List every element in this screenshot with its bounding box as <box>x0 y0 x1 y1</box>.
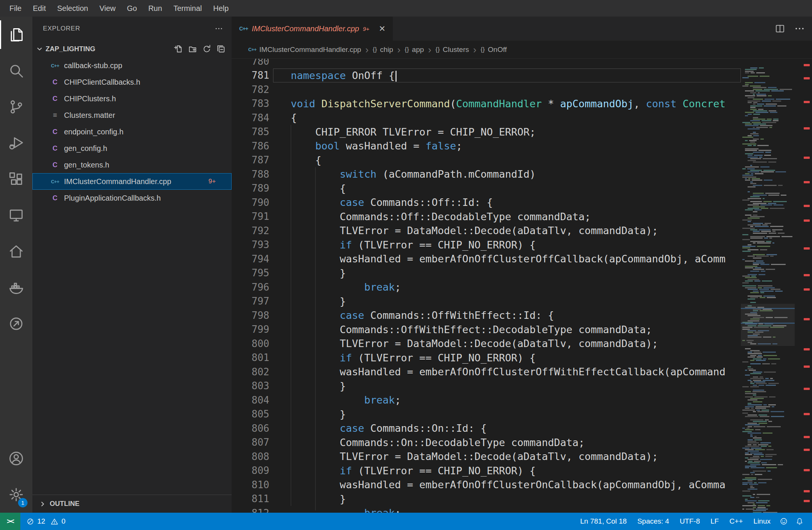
code-line-795[interactable]: 795 } <box>232 266 741 280</box>
menu-item-help[interactable]: Help <box>208 0 234 17</box>
more-actions-button[interactable] <box>214 24 223 33</box>
line-number[interactable]: 800 <box>232 338 269 349</box>
code-line-801[interactable]: 801 if (TLVError == CHIP_NO_ERROR) { <box>232 351 741 365</box>
encoding-indicator[interactable]: UTF-8 <box>675 513 705 530</box>
breadcrumb-item-imclustercommandhandler.cpp[interactable]: C++IMClusterCommandHandler.cpp <box>248 46 361 54</box>
line-number[interactable]: 803 <box>232 380 269 391</box>
line-number[interactable]: 791 <box>232 211 269 222</box>
line-number[interactable]: 793 <box>232 239 269 250</box>
code-line-797[interactable]: 797 } <box>232 294 741 309</box>
notifications-button[interactable] <box>792 513 807 530</box>
line-number[interactable]: 804 <box>232 394 269 406</box>
line-number[interactable]: 806 <box>232 423 269 434</box>
line-number[interactable]: 794 <box>232 253 269 265</box>
source-control-activity-button[interactable] <box>0 89 32 125</box>
line-number[interactable]: 801 <box>232 352 269 363</box>
line-number[interactable]: 808 <box>232 451 269 462</box>
code-line-789[interactable]: 789 { <box>232 181 741 196</box>
code-line-798[interactable]: 798 case Commands::OffWithEffect::Id: { <box>232 308 741 323</box>
menu-item-selection[interactable]: Selection <box>52 0 94 17</box>
code-line-785[interactable]: 785 CHIP_ERROR TLVError = CHIP_NO_ERROR; <box>232 125 741 139</box>
tab-imclustercommandhandler[interactable]: C++ IMClusterCommandHandler.cpp 9+ × <box>232 17 393 41</box>
new-folder-button[interactable] <box>188 44 197 53</box>
feedback-button[interactable] <box>776 513 792 530</box>
line-number[interactable]: 807 <box>232 437 269 448</box>
code-line-800[interactable]: 800 TLVError = DataModel::Decode(aDataTl… <box>232 337 741 351</box>
line-number[interactable]: 812 <box>232 507 269 513</box>
code-line-808[interactable]: 808 TLVError = DataModel::Decode(aDataTl… <box>232 449 741 464</box>
circle-arrow-activity-button[interactable] <box>0 306 32 342</box>
menu-item-go[interactable]: Go <box>121 0 143 17</box>
code-line-810[interactable]: 810 wasHandled = emberAfOnOffClusterOnCa… <box>232 478 741 492</box>
line-number[interactable]: 796 <box>232 282 269 293</box>
line-number[interactable]: 792 <box>232 225 269 236</box>
menu-item-edit[interactable]: Edit <box>27 0 51 17</box>
breadcrumb-item-onoff[interactable]: {}OnOff <box>481 46 507 54</box>
line-number[interactable]: 783 <box>232 98 269 109</box>
code-line-790[interactable]: 790 case Commands::Off::Id: { <box>232 195 741 210</box>
collapse-folders-button[interactable] <box>217 44 226 53</box>
code-line-794[interactable]: 794 wasHandled = emberAfOnOffClusterOffC… <box>232 252 741 266</box>
explorer-activity-button[interactable] <box>0 17 32 53</box>
file-item-CHIPClientCallbacks.h[interactable]: CCHIPClientCallbacks.h <box>32 74 232 90</box>
line-number[interactable]: 810 <box>232 479 269 490</box>
line-number[interactable]: 795 <box>232 267 269 279</box>
breadcrumb-item-app[interactable]: {}app <box>404 46 424 54</box>
file-item-gen_tokens.h[interactable]: Cgen_tokens.h <box>32 157 232 173</box>
code-line-796[interactable]: 796 break; <box>232 280 741 294</box>
remote-explorer-activity-button[interactable] <box>0 197 32 233</box>
home-activity-button[interactable] <box>0 233 32 270</box>
file-item-IMClusterCommandHandler.cpp[interactable]: C++IMClusterCommandHandler.cpp9+ <box>32 173 232 190</box>
code-line-803[interactable]: 803 } <box>232 379 741 393</box>
menu-item-terminal[interactable]: Terminal <box>168 0 208 17</box>
code-line-781[interactable]: 781namespace OnOff { <box>232 69 741 83</box>
line-number[interactable]: 780 <box>232 59 269 67</box>
code-line-784[interactable]: 784{ <box>232 111 741 125</box>
new-file-button[interactable] <box>174 44 183 53</box>
line-number[interactable]: 785 <box>232 126 269 137</box>
code-line-806[interactable]: 806 case Commands::On::Id: { <box>232 421 741 436</box>
code-line-802[interactable]: 802 wasHandled = emberAfOnOffClusterOffW… <box>232 365 741 379</box>
breadcrumb-item-chip[interactable]: {}chip <box>373 46 393 54</box>
cursor-position[interactable]: Ln 781, Col 18 <box>575 513 632 530</box>
file-item-endpoint_config.h[interactable]: Cendpoint_config.h <box>32 123 232 140</box>
settings-button[interactable]: 1 <box>0 477 32 513</box>
code-line-793[interactable]: 793 if (TLVError == CHIP_NO_ERROR) { <box>232 238 741 252</box>
line-number[interactable]: 786 <box>232 140 269 152</box>
code-line-805[interactable]: 805 } <box>232 407 741 422</box>
problems-indicator[interactable]: 12 0 <box>20 513 74 530</box>
line-number[interactable]: 790 <box>232 197 269 208</box>
os-indicator[interactable]: Linux <box>748 513 776 530</box>
split-editor-button[interactable] <box>774 23 786 34</box>
line-number[interactable]: 798 <box>232 310 269 321</box>
code-line-811[interactable]: 811 } <box>232 492 741 506</box>
docker-activity-button[interactable] <box>0 270 32 306</box>
outline-section[interactable]: OUTLINE <box>32 495 232 513</box>
folder-section-header[interactable]: ZAP_LIGHTING <box>32 41 232 57</box>
file-item-gen_config.h[interactable]: Cgen_config.h <box>32 140 232 157</box>
search-activity-button[interactable] <box>0 53 32 89</box>
file-item-Clusters.matter[interactable]: ≡Clusters.matter <box>32 107 232 123</box>
menu-item-file[interactable]: File <box>4 0 27 17</box>
close-tab-button[interactable]: × <box>379 23 385 34</box>
line-number[interactable]: 811 <box>232 493 269 504</box>
minimap[interactable] <box>741 59 795 513</box>
menu-item-run[interactable]: Run <box>143 0 168 17</box>
code-line-804[interactable]: 804 break; <box>232 393 741 407</box>
eol-indicator[interactable]: LF <box>705 513 724 530</box>
breadcrumb-item-clusters[interactable]: {}Clusters <box>435 46 469 54</box>
line-number[interactable]: 789 <box>232 183 269 194</box>
line-number[interactable]: 787 <box>232 154 269 166</box>
code-editor[interactable]: 780781namespace OnOff {782783void Dispat… <box>232 59 812 513</box>
line-number[interactable]: 784 <box>232 112 269 123</box>
code-line-809[interactable]: 809 if (TLVError == CHIP_NO_ERROR) { <box>232 464 741 478</box>
minimap-slider[interactable] <box>741 304 795 346</box>
file-item-CHIPClusters.h[interactable]: CCHIPClusters.h <box>32 90 232 107</box>
line-number[interactable]: 802 <box>232 366 269 378</box>
language-mode[interactable]: C++ <box>724 513 748 530</box>
code-line-780[interactable]: 780 <box>232 59 741 69</box>
refresh-explorer-button[interactable] <box>202 44 211 53</box>
extensions-activity-button[interactable] <box>0 161 32 197</box>
code-line-787[interactable]: 787 { <box>232 153 741 168</box>
menu-item-view[interactable]: View <box>94 0 121 17</box>
